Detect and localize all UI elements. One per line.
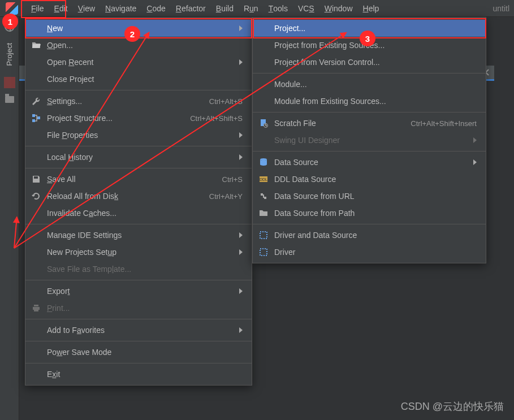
file-save-all[interactable]: Save All Ctrl+S [25, 171, 252, 188]
submenu-arrow-icon [239, 288, 243, 294]
submenu-arrow-icon [239, 154, 243, 160]
submenu-arrow-icon [239, 59, 243, 65]
project-tool-tab[interactable]: Project [4, 40, 15, 69]
project-title: untitl [493, 0, 514, 16]
menu-window[interactable]: Window [319, 0, 358, 16]
file-power-save[interactable]: Power Save Mode [25, 344, 252, 361]
driver-icon [258, 230, 269, 240]
submenu-arrow-icon [239, 249, 243, 255]
database-icon [258, 157, 269, 167]
file-export[interactable]: Export [25, 283, 252, 300]
tool-thumb[interactable] [4, 77, 15, 88]
menu-file[interactable]: File [26, 0, 49, 16]
new-driver[interactable]: Driver [253, 244, 486, 261]
scratch-file-icon [258, 118, 269, 128]
submenu-arrow-icon [239, 232, 243, 238]
watermark: CSDN @云边的快乐猫 [401, 400, 504, 413]
new-project-from-vcs[interactable]: Project from Version Control... [253, 54, 486, 71]
file-exit[interactable]: Exit [25, 366, 252, 383]
file-manage-ide[interactable]: Manage IDE Settings [25, 227, 252, 244]
menu-vcs[interactable]: VCS [293, 0, 319, 16]
file-properties[interactable]: File Properties [25, 127, 252, 144]
file-settings[interactable]: Settings... Ctrl+Alt+S [25, 93, 252, 110]
file-dropdown: New Open... Open Recent Close Project Se… [25, 17, 252, 386]
new-module-from-existing[interactable]: Module from Existing Sources... [253, 93, 486, 110]
file-invalidate-caches[interactable]: Invalidate Caches... [25, 205, 252, 222]
menu-help[interactable]: Help [358, 0, 385, 16]
menu-refactor[interactable]: Refactor [171, 0, 211, 16]
file-open-recent[interactable]: Open Recent [25, 54, 252, 71]
file-project-structure[interactable]: Project Structure... Ctrl+Alt+Shift+S [25, 110, 252, 127]
file-new-projects-setup[interactable]: New Projects Setup [25, 244, 252, 261]
svg-text:DDL: DDL [260, 177, 267, 181]
annotation-marker-3: 3 [360, 31, 375, 46]
print-icon [31, 303, 41, 313]
file-open[interactable]: Open... [25, 37, 252, 54]
menu-run[interactable]: Run [239, 0, 264, 16]
app-logo-icon [6, 2, 18, 15]
annotation-marker-2: 2 [124, 26, 140, 42]
file-add-favorites[interactable]: Add to Favorites [25, 322, 252, 339]
reload-icon [31, 191, 41, 201]
file-print: Print... [25, 300, 252, 317]
save-icon [31, 174, 41, 184]
svg-rect-0 [32, 114, 35, 117]
submenu-arrow-icon [239, 132, 243, 138]
svg-rect-10 [260, 249, 267, 256]
menu-code[interactable]: Code [141, 0, 170, 16]
new-data-source-path[interactable]: Data Source from Path [253, 205, 486, 222]
ddl-icon: DDL [258, 174, 269, 184]
new-ddl-data-source[interactable]: DDL DDL Data Source [253, 171, 486, 188]
tool-window-bar-left: Project [0, 17, 19, 420]
menubar: File Edit View Navigate Code Refactor Bu… [0, 0, 514, 17]
menu-build[interactable]: Build [211, 0, 239, 16]
new-submenu: Project... Project from Existing Sources… [252, 17, 486, 263]
wrench-icon [31, 96, 41, 106]
file-reload[interactable]: Reload All from Disk Ctrl+Alt+Y [25, 188, 252, 205]
svg-rect-1 [32, 119, 35, 122]
folder-icon[interactable] [5, 96, 14, 103]
new-swing-ui[interactable]: Swing UI Designer [253, 132, 486, 149]
menu-navigate[interactable]: Navigate [100, 0, 141, 16]
structure-icon [31, 113, 41, 123]
new-scratch-file[interactable]: Scratch File Ctrl+Alt+Shift+Insert [253, 115, 486, 132]
new-data-source[interactable]: Data Source [253, 154, 486, 171]
annotation-marker-1: 1 [2, 14, 18, 29]
submenu-arrow-icon [239, 25, 243, 31]
menu-edit[interactable]: Edit [49, 0, 73, 16]
submenu-arrow-icon [239, 327, 243, 333]
new-module[interactable]: Module... [253, 76, 486, 93]
new-data-source-url[interactable]: Data Source from URL [253, 188, 486, 205]
new-driver-and-source[interactable]: Driver and Data Source [253, 227, 486, 244]
file-local-history[interactable]: Local History [25, 149, 252, 166]
submenu-arrow-icon [473, 137, 477, 143]
file-close-project[interactable]: Close Project [25, 71, 252, 88]
submenu-arrow-icon [473, 159, 477, 165]
file-save-as-template: Save File as Template... [25, 261, 252, 278]
driver-icon [258, 247, 269, 257]
menu-tools[interactable]: Tools [264, 0, 293, 16]
folder-open-icon [31, 40, 41, 50]
url-icon [258, 191, 269, 201]
menu-view[interactable]: View [73, 0, 100, 16]
folder-icon [258, 208, 269, 218]
svg-rect-9 [260, 232, 267, 239]
